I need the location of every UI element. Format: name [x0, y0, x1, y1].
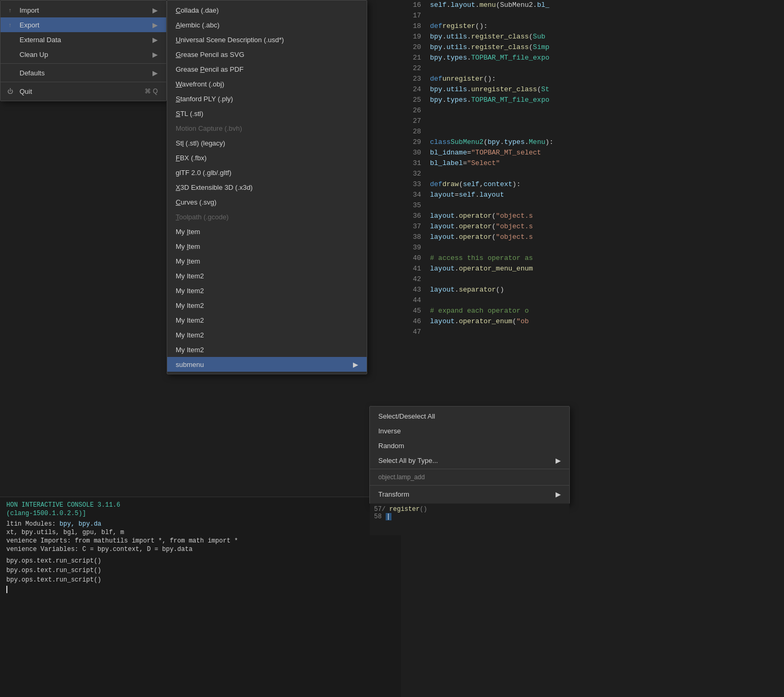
code-line: layout.operator("object.s [430, 211, 784, 221]
export-item-stl-legacy[interactable]: Stl (.stl) (legacy) [167, 135, 367, 150]
line-number: 42 [401, 274, 427, 285]
code-line [430, 116, 784, 127]
export-item-curves[interactable]: Curves (.svg) [167, 195, 367, 209]
export-mocap-label: Motion Capture (.bvh) [176, 124, 242, 132]
export-myitem2-1-label: My Item2 [176, 272, 204, 280]
menu-item-quit[interactable]: ⏻ Quit ⌘ Q [1, 84, 166, 99]
export-item-collada[interactable]: Collada (.dae) [167, 3, 367, 17]
line-number: 36 [401, 211, 427, 221]
submenu-transform[interactable]: Transform ▶ [370, 487, 569, 501]
submenu-select-deselect-all[interactable]: Select/Deselect All [370, 409, 569, 423]
export-item-usd[interactable]: Universal Scene Description (.usd*) [167, 32, 367, 47]
line-number: 24 [401, 84, 427, 95]
menu-item-cleanup[interactable]: Clean Up ▶ [1, 47, 166, 62]
export-item-wavefront[interactable]: Wavefront (.obj) [167, 76, 367, 91]
export-submenu-label: submenu [176, 361, 204, 369]
submenu-inverse[interactable]: Inverse [370, 423, 569, 438]
export-item-myitem2-1[interactable]: My Item2 [167, 268, 367, 283]
menu-item-quit-label: Quit [20, 88, 32, 95]
console-subtitle: (clang-1500.1.0.2.5)] [6, 510, 395, 517]
console-cmd-2: bpy.ops.text.run_script() [6, 567, 395, 574]
line-number: 45 [401, 306, 427, 316]
code-line: class SubMenu2(bpy.types.Menu): [430, 137, 784, 148]
code-line: bpy.types.TOPBAR_MT_file_expo [430, 53, 784, 63]
export-item-stl[interactable]: STL (.stl) [167, 106, 367, 121]
code-line: bpy.types.TOPBAR_MT_file_expo [430, 95, 784, 105]
line-number: 26 [401, 105, 427, 116]
code-line: layout.separator() [430, 285, 784, 295]
export-myitem2-2-label: My Item2 [176, 287, 204, 295]
export-collada-label: Collada (.dae) [176, 6, 219, 14]
code-line [430, 63, 784, 74]
export-item-myitem-1[interactable]: My Item [167, 224, 367, 239]
quit-shortcut: ⌘ Q [145, 88, 158, 95]
export-item-ply[interactable]: Stanford PLY (.ply) [167, 91, 367, 106]
export-item-mocap: Motion Capture (.bvh) [167, 121, 367, 135]
menu-item-external-data[interactable]: External Data ▶ [1, 32, 166, 47]
export-item-x3d[interactable]: X3D Extensible 3D (.x3d) [167, 180, 367, 195]
line-number: 30 [401, 148, 427, 158]
console-vars: venience Variables: C = bpy.context, D =… [6, 546, 395, 553]
export-item-alembic[interactable]: Alembic (.abc) [167, 17, 367, 32]
line-number: 43 [401, 285, 427, 295]
line-number: 17 [401, 11, 427, 21]
export-item-myitem-3[interactable]: My Item [167, 254, 367, 268]
line-number: 29 [401, 137, 427, 148]
line-number: 40 [401, 253, 427, 264]
line-number: 16 [401, 0, 427, 11]
line-number: 34 [401, 190, 427, 200]
code-line: def draw(self, context): [430, 179, 784, 190]
export-item-myitem2-3[interactable]: My Item2 [167, 298, 367, 313]
export-gp-svg-label: Grease Pencil as SVG [176, 51, 244, 59]
export-item-gp-pdf[interactable]: Grease Pencil as PDF [167, 62, 367, 76]
transform-label: Transform [378, 490, 409, 498]
line-number: 27 [401, 116, 427, 127]
external-data-arrow-icon: ▶ [152, 36, 158, 44]
export-item-myitem2-6[interactable]: My Item2 [167, 342, 367, 357]
line-number: 22 [401, 63, 427, 74]
export-item-myitem2-5[interactable]: My Item2 [167, 327, 367, 342]
export-gltf-label: glTF 2.0 (.glb/.gltf) [176, 169, 231, 177]
submenu-random[interactable]: Random [370, 438, 569, 453]
code-line [430, 274, 784, 285]
code-line: def unregister(): [430, 74, 784, 84]
line-number: 23 [401, 74, 427, 84]
menu-item-export[interactable]: ↑ Export ▶ [1, 17, 166, 32]
console-convenience: venience Imports: from mathutils import … [6, 537, 395, 545]
export-item-myitem-2[interactable]: My Item [167, 239, 367, 254]
export-toolpath-label: Toolpath (.gcode) [176, 213, 228, 221]
line-number: 20 [401, 42, 427, 53]
tooltip-separator [370, 469, 569, 469]
submenu-select-by-type[interactable]: Select All by Type... ▶ [370, 453, 569, 468]
separator-transform [370, 485, 569, 486]
cleanup-arrow-icon: ▶ [152, 51, 158, 59]
code-line: # expand each operator o [430, 306, 784, 316]
code-line [430, 327, 784, 337]
menu-item-import[interactable]: ↑ Import ▶ [1, 3, 166, 17]
code-line: self.layout.menu(SubMenu2.bl_ [430, 0, 784, 11]
export-wavefront-label: Wavefront (.obj) [176, 80, 224, 88]
file-menu: ↑ Import ▶ ↑ Export ▶ External Data ▶ Cl… [0, 0, 167, 101]
line-number: 46 [401, 316, 427, 327]
random-label: Random [378, 442, 404, 450]
menu-item-cleanup-label: Clean Up [20, 51, 48, 59]
export-x3d-label: X3D Extensible 3D (.x3d) [176, 183, 253, 191]
export-item-myitem2-2[interactable]: My Item2 [167, 283, 367, 298]
export-item-myitem2-4[interactable]: My Item2 [167, 313, 367, 327]
code-line: layout.operator("object.s [430, 232, 784, 243]
console-cmd-1: bpy.ops.text.run_script() [6, 557, 395, 565]
export-item-submenu[interactable]: submenu ▶ [167, 357, 367, 372]
code-line: def register(): [430, 21, 784, 32]
console-cursor-line[interactable] [6, 586, 395, 593]
defaults-arrow-icon: ▶ [152, 69, 158, 77]
export-item-gltf[interactable]: glTF 2.0 (.glb/.gltf) [167, 165, 367, 180]
export-ply-label: Stanford PLY (.ply) [176, 95, 233, 103]
export-item-fbx[interactable]: FBX (.fbx) [167, 150, 367, 165]
code-line: bpy.utils.register_class(Simp [430, 42, 784, 53]
code-line [430, 295, 784, 306]
line-number: 31 [401, 158, 427, 169]
line-number: 33 [401, 179, 427, 190]
menu-item-defaults[interactable]: Defaults ▶ [1, 65, 166, 80]
export-item-gp-svg[interactable]: Grease Pencil as SVG [167, 47, 367, 62]
export-myitem-1-label: My Item [176, 228, 200, 236]
